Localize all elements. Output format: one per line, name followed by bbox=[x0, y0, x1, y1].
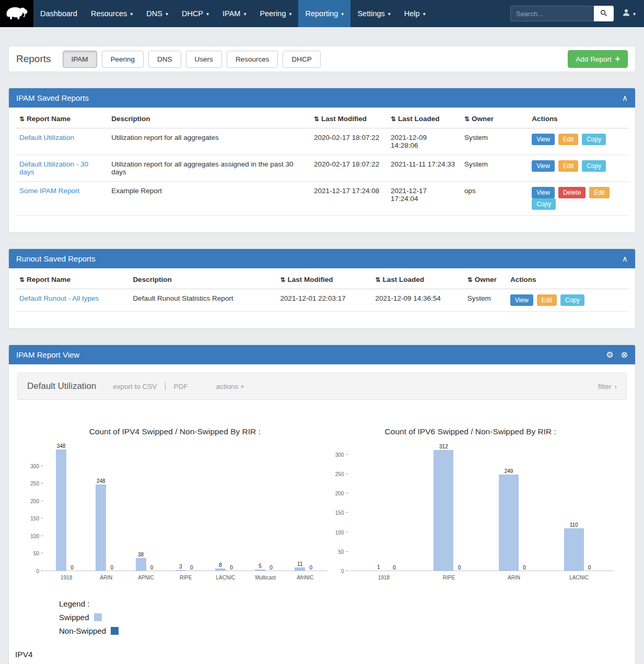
export-csv-link[interactable]: export to CSV bbox=[113, 383, 157, 390]
column-label: Actions bbox=[532, 115, 558, 123]
ipam-report-view-header: IPAM Report View ⚙ ⊗ bbox=[9, 345, 635, 364]
plus-icon: + bbox=[615, 54, 620, 64]
delete-button[interactable]: Delete bbox=[558, 187, 586, 198]
bar-value-label: 0 bbox=[190, 565, 193, 571]
edit-button[interactable]: Edit bbox=[558, 160, 579, 172]
caret-down-icon: ▾ bbox=[166, 11, 168, 17]
y-tick-label: 0 bbox=[341, 568, 344, 574]
bar-group: 2480ARIN bbox=[96, 447, 116, 582]
ipv6-chart: 0501001502002503001019183120RIPE2490ARIN… bbox=[327, 447, 614, 582]
nav-item-resources[interactable]: Resources▾ bbox=[84, 0, 139, 27]
edit-button[interactable]: Edit bbox=[589, 187, 610, 198]
chart-legend: Legend : Swipped Non-Swipped bbox=[59, 599, 635, 635]
column-header-last-modified[interactable]: ⇅Last Modified bbox=[310, 110, 387, 128]
y-tick-label: 50 bbox=[33, 551, 39, 556]
column-header-last-loaded[interactable]: ⇅Last Loaded bbox=[387, 110, 460, 128]
copy-button[interactable]: Copy bbox=[582, 134, 606, 145]
report-name-link[interactable]: Default Utilization - 30 days bbox=[19, 160, 88, 176]
bar-value-label: 0 bbox=[71, 565, 74, 571]
category-label: AfriNIC bbox=[297, 571, 313, 582]
close-icon[interactable]: ⊗ bbox=[621, 351, 628, 359]
nav-item-reporting[interactable]: Reporting▾ bbox=[298, 0, 350, 27]
gear-icon[interactable]: ⚙ bbox=[606, 351, 613, 359]
ipam-saved-reports-panel: IPAM Saved Reports ∧ ⇅Report Name Descri… bbox=[8, 88, 636, 233]
copy-button[interactable]: Copy bbox=[560, 294, 584, 306]
column-header-owner[interactable]: ⇅Owner bbox=[460, 110, 528, 128]
report-name-link[interactable]: Some IPAM Report bbox=[19, 187, 79, 195]
category-label: LACNIC bbox=[569, 571, 589, 582]
tab-dns[interactable]: DNS bbox=[148, 51, 181, 68]
column-header-report-name[interactable]: ⇅Report Name bbox=[15, 270, 128, 289]
add-report-button[interactable]: Add Report + bbox=[568, 50, 628, 68]
edit-button[interactable]: Edit bbox=[558, 134, 579, 145]
ipam-saved-reports-header: IPAM Saved Reports ∧ bbox=[9, 88, 635, 108]
nav-label: Peering bbox=[260, 9, 286, 18]
y-axis: 050100150200250300 bbox=[22, 447, 44, 571]
edit-button[interactable]: Edit bbox=[537, 294, 557, 306]
ipv6-chart-block: Count of IPV6 Swipped / Non-Swipped By R… bbox=[327, 416, 614, 582]
export-pdf-link[interactable]: PDF bbox=[173, 383, 188, 390]
report-name-link[interactable]: Default Utilization bbox=[19, 134, 74, 141]
copy-button[interactable]: Copy bbox=[532, 198, 556, 210]
cell-last-modified: 2020-02-17 18:07:22 bbox=[310, 155, 387, 182]
tab-users[interactable]: Users bbox=[186, 51, 222, 68]
bar-value-label: 11 bbox=[297, 561, 302, 567]
y-tick-mark bbox=[41, 501, 43, 501]
column-header-last-loaded[interactable]: ⇅Last Loaded bbox=[371, 270, 463, 289]
column-header-last-modified[interactable]: ⇅Last Modified bbox=[276, 270, 371, 289]
view-button[interactable]: View bbox=[532, 160, 555, 172]
sort-icon: ⇅ bbox=[464, 115, 470, 123]
column-header-owner[interactable]: ⇅Owner bbox=[463, 270, 506, 289]
nav-item-dns[interactable]: DNS▾ bbox=[139, 0, 175, 27]
collapse-icon[interactable]: ∧ bbox=[622, 94, 628, 102]
legend-label: Swipped bbox=[59, 613, 89, 622]
cell-last-loaded: 2021-12-09 14:28:06 bbox=[387, 128, 460, 155]
tab-dhcp[interactable]: DHCP bbox=[283, 51, 320, 68]
panel-title: IPAM Saved Reports bbox=[16, 93, 89, 102]
sort-icon: ⇅ bbox=[19, 115, 25, 123]
cell-last-modified: 2020-02-17 18:07:22 bbox=[310, 128, 387, 155]
add-report-label: Add Report bbox=[576, 55, 611, 63]
nav-item-settings[interactable]: Settings▾ bbox=[350, 0, 397, 27]
user-menu[interactable]: ▾ bbox=[622, 8, 636, 19]
tab-ipam[interactable]: IPAM bbox=[63, 51, 97, 68]
nav-item-dashboard[interactable]: Dashboard bbox=[33, 0, 84, 27]
category-label: 1918 bbox=[61, 571, 72, 582]
column-header-actions: Actions bbox=[506, 270, 629, 289]
copy-button[interactable]: Copy bbox=[582, 160, 606, 172]
cell-owner: System bbox=[460, 155, 528, 182]
nav-item-ipam[interactable]: IPAM▾ bbox=[216, 0, 253, 27]
filter-toggle[interactable]: filter › bbox=[598, 383, 617, 390]
nav-item-help[interactable]: Help▾ bbox=[397, 0, 432, 27]
swipped-swatch bbox=[94, 613, 102, 621]
provision-logo[interactable] bbox=[0, 0, 33, 27]
ipam-report-view-panel: IPAM Report View ⚙ ⊗ Default Utilization… bbox=[8, 345, 636, 664]
search-group bbox=[510, 6, 614, 21]
nav-item-peering[interactable]: Peering▾ bbox=[253, 0, 298, 27]
nav-item-dhcp[interactable]: DHCP▾ bbox=[175, 0, 216, 27]
view-button[interactable]: View bbox=[510, 294, 533, 306]
collapse-icon[interactable]: ∧ bbox=[622, 255, 628, 263]
ipv4-section-label: IPV4 bbox=[15, 650, 635, 659]
bar-value-label: 0 bbox=[230, 565, 233, 571]
sort-icon: ⇅ bbox=[19, 276, 25, 283]
view-button[interactable]: View bbox=[532, 187, 555, 198]
actions-menu[interactable]: actions + bbox=[216, 383, 244, 390]
category-label: LACNIC bbox=[216, 571, 236, 582]
bar-value-label: 5 bbox=[259, 563, 262, 569]
report-name-link[interactable]: Default Runout - All types bbox=[19, 294, 99, 302]
search-button[interactable] bbox=[594, 6, 614, 21]
legend-item-non-swipped: Non-Swipped bbox=[59, 626, 635, 635]
tab-resources[interactable]: Resources bbox=[227, 51, 278, 68]
tab-peering[interactable]: Peering bbox=[102, 51, 144, 68]
column-header-report-name[interactable]: ⇅Report Name bbox=[15, 110, 107, 128]
bar-group: 34801918 bbox=[56, 447, 77, 582]
view-button[interactable]: View bbox=[532, 134, 555, 145]
panel-spacer bbox=[9, 216, 635, 232]
y-tick-mark bbox=[346, 551, 348, 552]
y-tick-mark bbox=[346, 473, 348, 474]
bar-value-label: 0 bbox=[270, 565, 273, 571]
legend-label: Non-Swipped bbox=[59, 626, 106, 635]
column-label: Report Name bbox=[27, 276, 71, 283]
search-input[interactable] bbox=[510, 6, 594, 21]
